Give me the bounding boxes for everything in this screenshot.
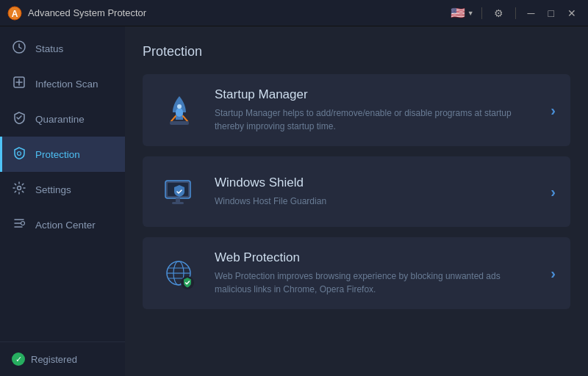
sidebar-item-status[interactable]: Status <box>0 31 125 66</box>
page-title: Protection <box>143 44 570 59</box>
startup-manager-text: Startup Manager Startup Manager helps to… <box>215 87 537 133</box>
content-area: Protection Startup Manager Startup Manag… <box>125 26 588 376</box>
app-icon: A <box>7 6 22 21</box>
startup-manager-icon-area <box>157 88 201 132</box>
sidebar-status-label: Status <box>35 43 63 54</box>
separator <box>481 7 482 19</box>
window-controls: 🇺🇸 ▼ ⚙ ─ □ ✕ <box>451 6 581 21</box>
infection-scan-icon <box>12 76 26 92</box>
web-protection-title: Web Protection <box>215 250 537 265</box>
windows-shield-desc: Windows Host File Guardian <box>215 195 523 208</box>
sidebar-protection-label: Protection <box>35 149 80 160</box>
sidebar-item-action-center[interactable]: Action Center <box>0 207 125 242</box>
startup-manager-title: Startup Manager <box>215 87 537 102</box>
sidebar-footer: ✓ Registered <box>0 341 125 376</box>
web-protection-text: Web Protection Web Protection improves b… <box>215 250 537 296</box>
windows-shield-title: Windows Shield <box>215 176 537 190</box>
startup-manager-chevron: › <box>551 102 556 119</box>
app-title: Advanced System Protector <box>28 7 451 18</box>
action-center-icon <box>12 217 26 233</box>
sidebar: Status Infection Scan Quarantine <box>0 26 125 376</box>
sidebar-infection-scan-label: Infection Scan <box>35 79 98 90</box>
status-icon <box>12 40 26 57</box>
title-bar: A Advanced System Protector 🇺🇸 ▼ ⚙ ─ □ ✕ <box>0 0 588 26</box>
registered-checkmark: ✓ <box>12 352 25 366</box>
minimize-button[interactable]: ─ <box>523 6 539 21</box>
web-protection-icon-area <box>157 251 201 295</box>
web-protection-desc: Web Protection improves browsing experie… <box>215 270 523 296</box>
web-protection-card[interactable]: Web Protection Web Protection improves b… <box>143 237 570 309</box>
svg-point-4 <box>18 152 21 156</box>
svg-rect-9 <box>170 121 189 125</box>
svg-point-7 <box>176 108 183 117</box>
windows-shield-card[interactable]: Windows Shield Windows Host File Guardia… <box>143 156 570 227</box>
sidebar-settings-label: Settings <box>35 184 71 195</box>
sidebar-item-infection-scan[interactable]: Infection Scan <box>0 66 125 101</box>
close-button[interactable]: ✕ <box>563 6 581 21</box>
quarantine-icon <box>12 111 26 127</box>
svg-point-5 <box>18 187 21 190</box>
flag-icon: 🇺🇸 <box>451 6 465 20</box>
startup-manager-card[interactable]: Startup Manager Startup Manager helps to… <box>143 74 570 146</box>
flag-chevron-icon: ▼ <box>467 10 474 17</box>
svg-point-8 <box>177 104 182 109</box>
svg-rect-13 <box>172 202 184 204</box>
windows-shield-chevron: › <box>551 184 556 200</box>
sidebar-item-settings[interactable]: Settings <box>0 172 125 207</box>
windows-shield-icon-area <box>157 170 201 214</box>
settings-button[interactable]: ⚙ <box>490 6 508 21</box>
separator2 <box>515 7 516 19</box>
maximize-button[interactable]: □ <box>544 6 559 21</box>
protection-icon <box>12 146 26 162</box>
registered-label: Registered <box>31 354 77 365</box>
main-layout: Status Infection Scan Quarantine <box>0 26 588 376</box>
sidebar-item-protection[interactable]: Protection <box>0 137 125 172</box>
language-selector[interactable]: 🇺🇸 ▼ <box>451 6 474 20</box>
svg-text:A: A <box>12 9 18 19</box>
sidebar-quarantine-label: Quarantine <box>35 114 85 125</box>
startup-manager-desc: Startup Manager helps to add/remove/enab… <box>215 106 523 133</box>
sidebar-action-center-label: Action Center <box>35 220 96 231</box>
sidebar-item-quarantine[interactable]: Quarantine <box>0 101 125 137</box>
svg-rect-12 <box>176 198 180 202</box>
settings-nav-icon <box>12 181 26 198</box>
web-protection-chevron: › <box>551 265 556 282</box>
svg-point-6 <box>21 222 25 225</box>
windows-shield-text: Windows Shield Windows Host File Guardia… <box>215 176 537 208</box>
